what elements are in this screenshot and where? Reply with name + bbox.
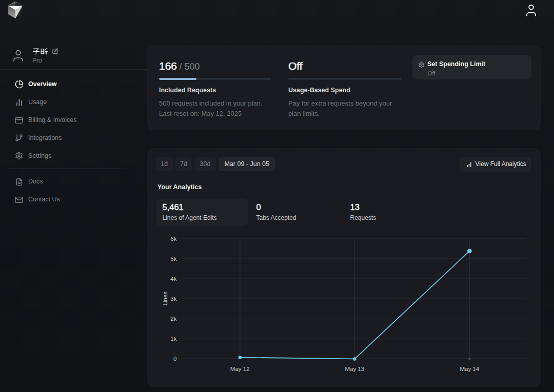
svg-text:5k: 5k [170, 256, 176, 262]
svg-text:May 12: May 12 [230, 366, 250, 372]
svg-text:0: 0 [173, 356, 176, 362]
svg-text:1k: 1k [170, 336, 176, 342]
svg-text:4k: 4k [170, 276, 176, 282]
svg-text:6k: 6k [170, 236, 176, 242]
svg-text:3k: 3k [170, 296, 176, 302]
svg-text:May 14: May 14 [460, 366, 479, 372]
svg-text:May 13: May 13 [345, 366, 365, 372]
svg-text:Lines: Lines [163, 292, 169, 306]
svg-text:2k: 2k [170, 316, 176, 322]
